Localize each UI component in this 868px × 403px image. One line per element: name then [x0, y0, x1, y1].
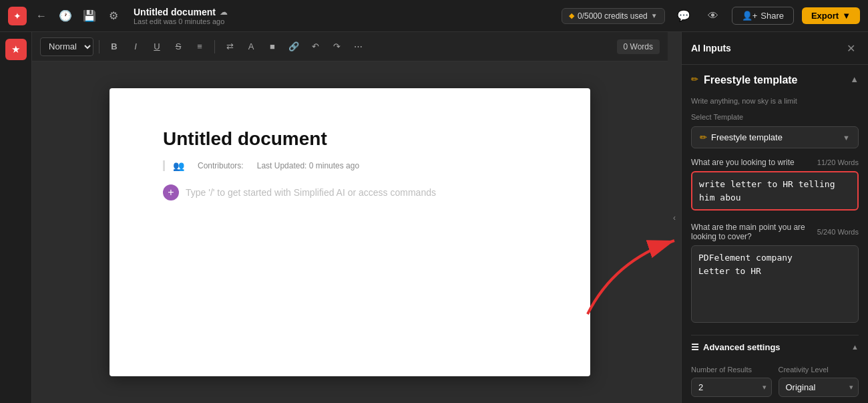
results-select[interactable]: 1 2 3 4 5	[691, 378, 772, 397]
page-title[interactable]: Untitled document	[163, 128, 537, 150]
field1-header: What are you looking to write 11/20 Word…	[691, 158, 859, 167]
field1-label: What are you looking to write	[691, 158, 795, 167]
results-col: Number of Results 1 2 3 4 5	[691, 366, 772, 397]
field2-group: What are the main point you are looking …	[691, 223, 859, 325]
field1-textarea[interactable]	[691, 171, 859, 211]
chat-button[interactable]: 💬	[673, 5, 694, 27]
doc-page: Untitled document 👥 Contributors: Last U…	[110, 88, 590, 376]
doc-meta: 👥 Contributors: Last Updated: 0 minutes …	[163, 160, 537, 171]
credits-caret-icon: ▼	[651, 12, 658, 19]
app-logo: ✦	[8, 7, 27, 25]
credits-badge[interactable]: ◆ 0/5000 credits used ▼	[562, 8, 665, 24]
field2-label: What are the main point you are looking …	[691, 223, 817, 241]
advanced-caret-icon: ▲	[851, 343, 859, 351]
panel-body: ✏ Freestyle template ▲ Write anything, n…	[682, 65, 868, 403]
undo-button[interactable]: ↶	[306, 37, 324, 56]
creativity-select-wrapper: Original Creative Very Creative	[779, 378, 859, 397]
export-label: Export	[811, 11, 839, 21]
settings-icon: ☰	[691, 342, 699, 352]
top-bar: ✦ ← 🕐 💾 ⚙ Untitled document ☁ Last edit …	[0, 0, 868, 32]
redo-button[interactable]: ↷	[327, 37, 346, 56]
template-section-label: Select Template	[691, 113, 859, 121]
doc-placeholder-row[interactable]: + Type '/' to get started with Simplifie…	[163, 184, 537, 200]
settings-row: Number of Results 1 2 3 4 5 Creativity L…	[691, 366, 859, 397]
main-content: ★ Normal B I U S ≡ ⇄ A ■ 🔗 ↶ ↷ ⋯ 0 Words	[0, 32, 868, 403]
creativity-label: Creativity Level	[779, 366, 859, 374]
freestyle-collapse-button[interactable]: ▲	[850, 74, 859, 84]
strikethrough-button[interactable]: S	[169, 37, 188, 56]
panel-close-button[interactable]: ✕	[843, 40, 859, 56]
align-button[interactable]: ⇄	[220, 37, 239, 56]
template-select-value: ✏ Freestyle template	[700, 132, 783, 142]
right-panel: AI Inputs ✕ ✏ Freestyle template ▲ Write…	[681, 32, 868, 403]
export-caret-icon: ▼	[842, 11, 851, 21]
left-sidebar: ★	[0, 32, 32, 403]
doc-canvas: Untitled document 👥 Contributors: Last U…	[32, 61, 668, 403]
share-icon: 👤+	[742, 11, 758, 21]
freestyle-header: ✏ Freestyle template ▲	[691, 74, 859, 93]
top-bar-left: ✦ ← 🕐 💾 ⚙ Untitled document ☁ Last edit …	[8, 7, 228, 25]
results-select-wrapper: 1 2 3 4 5	[691, 378, 772, 397]
toolbar-divider-1	[99, 40, 99, 53]
export-button[interactable]: Export ▼	[802, 7, 860, 24]
field1-group: What are you looking to write 11/20 Word…	[691, 158, 859, 213]
top-bar-right: ◆ 0/5000 credits used ▼ 💬 👁 👤+ Share Exp…	[562, 5, 860, 27]
field2-count: 5/240 Words	[817, 228, 859, 236]
settings-button[interactable]: ⚙	[104, 7, 123, 25]
words-count: 0 Words	[617, 39, 660, 54]
credits-label: 0/5000 credits used	[578, 11, 648, 21]
color-button[interactable]: A	[242, 37, 260, 56]
underline-button[interactable]: U	[148, 37, 166, 56]
template-name: Freestyle template	[711, 132, 783, 142]
panel-title-text: AI Inputs	[691, 43, 731, 53]
advanced-settings-title: ☰ Advanced settings	[691, 342, 781, 352]
more-button[interactable]: ⋯	[349, 37, 367, 56]
contributors-label: Contributors:	[198, 161, 244, 170]
diamond-icon: ◆	[569, 11, 574, 20]
doc-title-row: Untitled document ☁	[134, 7, 228, 17]
advanced-settings-header[interactable]: ☰ Advanced settings ▲	[691, 335, 859, 359]
italic-button[interactable]: I	[126, 37, 145, 56]
add-content-button[interactable]: +	[163, 184, 179, 200]
highlight-button[interactable]: ■	[263, 37, 282, 56]
preview-button[interactable]: 👁	[702, 5, 724, 27]
last-updated: Last Updated: 0 minutes ago	[257, 161, 359, 170]
panel-header: AI Inputs ✕	[682, 32, 868, 65]
sidebar-item-home[interactable]: ★	[5, 39, 27, 60]
back-button[interactable]: ←	[32, 7, 51, 25]
pencil-select-icon: ✏	[700, 132, 707, 142]
save-button[interactable]: 💾	[80, 7, 99, 25]
field1-count: 11/20 Words	[817, 158, 859, 166]
panel-title: AI Inputs	[691, 43, 731, 53]
field2-header: What are the main point you are looking …	[691, 223, 859, 241]
link-button[interactable]: 🔗	[284, 37, 303, 56]
creativity-select[interactable]: Original Creative Very Creative	[779, 378, 859, 397]
cloud-icon: ☁	[220, 7, 228, 17]
toolbar: Normal B I U S ≡ ⇄ A ■ 🔗 ↶ ↷ ⋯ 0 Words	[32, 32, 668, 61]
doc-subtitle: Last edit was 0 minutes ago	[134, 17, 228, 25]
share-button[interactable]: 👤+ Share	[732, 7, 794, 25]
template-select-dropdown[interactable]: ✏ Freestyle template ▼	[691, 126, 859, 148]
history-button[interactable]: 🕐	[56, 7, 75, 25]
contributors-icon: 👥	[173, 160, 184, 171]
editor-area: Normal B I U S ≡ ⇄ A ■ 🔗 ↶ ↷ ⋯ 0 Words U…	[32, 32, 668, 403]
doc-title: Untitled document	[134, 7, 216, 17]
pencil-header-icon: ✏	[691, 74, 698, 84]
doc-title-area: Untitled document ☁ Last edit was 0 minu…	[134, 7, 228, 25]
format-select[interactable]: Normal	[40, 37, 93, 56]
list-button[interactable]: ≡	[190, 37, 209, 56]
bold-button[interactable]: B	[105, 37, 124, 56]
field2-textarea[interactable]	[691, 245, 859, 323]
results-label: Number of Results	[691, 366, 772, 374]
freestyle-subtitle: Write anything, now sky is a limit	[691, 97, 859, 105]
toolbar-divider-2	[214, 40, 215, 53]
creativity-col: Creativity Level Original Creative Very …	[779, 366, 859, 397]
freestyle-title: Freestyle template	[704, 74, 798, 86]
share-label: Share	[761, 11, 784, 21]
panel-collapse-toggle[interactable]: ‹	[668, 32, 681, 403]
doc-placeholder-text: Type '/' to get started with Simplified …	[186, 187, 436, 198]
template-caret-icon: ▼	[843, 134, 850, 142]
